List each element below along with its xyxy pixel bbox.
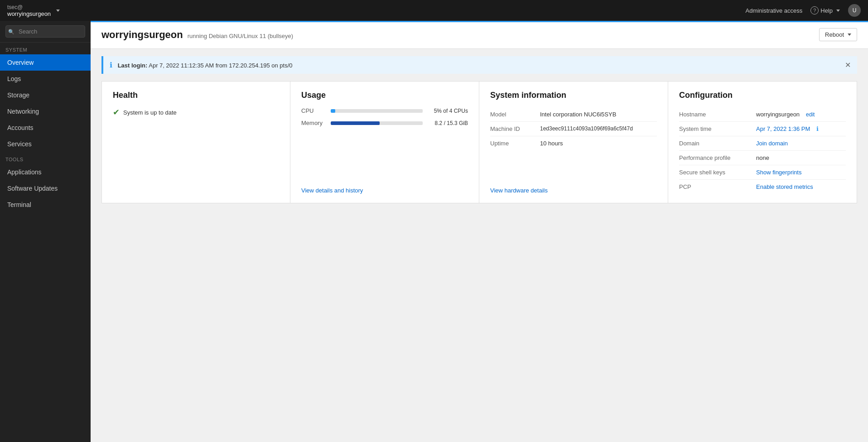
health-status-text: System is up to date bbox=[123, 109, 177, 116]
view-details-history-link[interactable]: View details and history bbox=[301, 187, 363, 194]
avatar[interactable]: U bbox=[848, 4, 861, 17]
sysinfo-key-model: Model bbox=[490, 111, 535, 118]
sysinfo-row-model: Model Intel corporation NUC6i5SYB bbox=[490, 107, 657, 122]
sidebar-section-system: System bbox=[0, 43, 91, 54]
login-banner-close-button[interactable]: ✕ bbox=[845, 61, 851, 69]
config-row-ssh: Secure shell keys Show fingerprints bbox=[679, 165, 846, 180]
topbar: tsec@ worryingsurgeon Administrative acc… bbox=[0, 0, 868, 21]
sidebar-item-services[interactable]: Services bbox=[0, 136, 91, 152]
cards-grid: Health ✔ System is up to date Usage CPU … bbox=[101, 81, 857, 203]
sysinfo-card-title: System information bbox=[490, 91, 657, 100]
login-banner-content: ℹ Last login: Apr 7, 2022 11:12:35 AM fr… bbox=[110, 61, 293, 69]
config-val-hostname: worryingsurgeon bbox=[756, 111, 800, 118]
config-key-pcp: PCP bbox=[679, 183, 752, 190]
memory-usage-row: Memory 8.2 / 15.3 GiB bbox=[301, 120, 468, 126]
memory-label: Memory bbox=[301, 120, 326, 126]
config-key-hostname: Hostname bbox=[679, 111, 752, 118]
topbar-right: Administrative access ? Help U bbox=[746, 4, 861, 17]
health-status: ✔ System is up to date bbox=[113, 107, 279, 117]
config-key-systemtime: System time bbox=[679, 125, 752, 132]
main-content: worryingsurgeon running Debian GNU/Linux… bbox=[91, 21, 868, 442]
sysinfo-val-machineid: 1ed3eec9111c4093a1096f69a6c5f47d bbox=[540, 125, 633, 132]
help-chevron-icon bbox=[836, 10, 840, 12]
info-icon: ℹ bbox=[110, 61, 112, 69]
reboot-button[interactable]: Reboot bbox=[819, 28, 857, 41]
sysinfo-row-machineid: Machine ID 1ed3eec9111c4093a1096f69a6c5f… bbox=[490, 122, 657, 136]
health-card-title: Health bbox=[113, 91, 279, 100]
cpu-bar-bg bbox=[331, 109, 423, 113]
page-header: worryingsurgeon running Debian GNU/Linux… bbox=[91, 21, 868, 49]
reboot-chevron-icon bbox=[848, 34, 851, 36]
memory-bar-bg bbox=[331, 121, 423, 125]
topbar-user-hostname[interactable]: tsec@ worryingsurgeon bbox=[7, 4, 51, 17]
config-link-edit-hostname[interactable]: edit bbox=[806, 111, 815, 118]
login-banner: ℹ Last login: Apr 7, 2022 11:12:35 AM fr… bbox=[101, 56, 857, 74]
last-login-label: Last login: bbox=[118, 62, 148, 69]
page-subtitle: running Debian GNU/Linux 11 (bullseye) bbox=[188, 33, 293, 39]
cpu-bar-fill bbox=[331, 109, 335, 113]
sysinfo-key-uptime: Uptime bbox=[490, 140, 535, 147]
sidebar-item-terminal[interactable]: Terminal bbox=[0, 197, 91, 213]
config-key-perf: Performance profile bbox=[679, 154, 752, 161]
sysinfo-val-uptime: 10 hours bbox=[540, 140, 563, 147]
config-link-systemtime[interactable]: Apr 7, 2022 1:36 PM bbox=[756, 125, 810, 132]
sidebar-section-tools: Tools bbox=[0, 152, 91, 164]
config-key-domain: Domain bbox=[679, 140, 752, 147]
admin-access-link[interactable]: Administrative access bbox=[746, 7, 803, 14]
config-key-ssh: Secure shell keys bbox=[679, 169, 752, 176]
sysinfo-val-model: Intel corporation NUC6i5SYB bbox=[540, 111, 616, 118]
cpu-usage-row: CPU 5% of 4 CPUs bbox=[301, 107, 468, 114]
usage-card-title: Usage bbox=[301, 91, 468, 100]
sidebar-item-software-updates[interactable]: Software Updates bbox=[0, 180, 91, 197]
help-circle-icon: ? bbox=[810, 6, 819, 14]
config-row-perf: Performance profile none bbox=[679, 151, 846, 165]
reboot-label: Reboot bbox=[825, 31, 844, 38]
topbar-user: tsec@ bbox=[7, 4, 51, 10]
search-input[interactable] bbox=[5, 25, 85, 38]
cpu-label: CPU bbox=[301, 107, 326, 114]
health-check-icon: ✔ bbox=[113, 107, 120, 117]
sysinfo-key-machineid: Machine ID bbox=[490, 125, 535, 132]
sidebar-item-accounts[interactable]: Accounts bbox=[0, 120, 91, 136]
config-row-domain: Domain Join domain bbox=[679, 136, 846, 151]
last-login-text: Apr 7, 2022 11:12:35 AM from 172.20.254.… bbox=[149, 62, 292, 69]
search-icon-wrap bbox=[5, 25, 85, 38]
sidebar-item-logs[interactable]: Logs bbox=[0, 71, 91, 87]
config-link-show-fingerprints[interactable]: Show fingerprints bbox=[756, 169, 801, 176]
cpu-value: 5% of 4 CPUs bbox=[427, 108, 468, 114]
help-button[interactable]: ? Help bbox=[810, 6, 840, 14]
sidebar-item-overview[interactable]: Overview bbox=[0, 54, 91, 71]
memory-value: 8.2 / 15.3 GiB bbox=[427, 120, 468, 126]
memory-bar-fill bbox=[331, 121, 380, 125]
config-card-title: Configuration bbox=[679, 91, 846, 100]
config-link-join-domain[interactable]: Join domain bbox=[756, 140, 788, 147]
sidebar-search-container bbox=[0, 21, 91, 43]
sidebar: System Overview Logs Storage Networking … bbox=[0, 21, 91, 442]
topbar-left: tsec@ worryingsurgeon bbox=[7, 4, 60, 17]
view-hardware-details-link[interactable]: View hardware details bbox=[490, 187, 548, 194]
sysinfo-row-uptime: Uptime 10 hours bbox=[490, 136, 657, 150]
config-info-icon-systemtime: ℹ bbox=[816, 125, 819, 132]
topbar-hostname: worryingsurgeon bbox=[7, 10, 51, 17]
help-label: Help bbox=[820, 7, 833, 14]
sidebar-item-networking[interactable]: Networking bbox=[0, 103, 91, 120]
topbar-chevron-icon bbox=[56, 10, 60, 12]
health-card: Health ✔ System is up to date bbox=[101, 81, 290, 203]
sidebar-item-storage[interactable]: Storage bbox=[0, 87, 91, 103]
page-header-title: worryingsurgeon running Debian GNU/Linux… bbox=[101, 29, 293, 41]
page-hostname: worryingsurgeon bbox=[101, 29, 183, 41]
config-row-hostname: Hostname worryingsurgeon edit bbox=[679, 107, 846, 122]
sidebar-item-applications[interactable]: Applications bbox=[0, 164, 91, 180]
usage-card: Usage CPU 5% of 4 CPUs Memory 8.2 / 15.3… bbox=[290, 81, 479, 203]
top-progress-bar bbox=[91, 21, 868, 22]
config-link-enable-metrics[interactable]: Enable stored metrics bbox=[756, 183, 813, 190]
config-row-systemtime: System time Apr 7, 2022 1:36 PM ℹ bbox=[679, 122, 846, 136]
config-val-perf: none bbox=[756, 154, 769, 161]
config-row-pcp: PCP Enable stored metrics bbox=[679, 180, 846, 194]
sysinfo-card: System information Model Intel corporati… bbox=[479, 81, 668, 203]
config-card: Configuration Hostname worryingsurgeon e… bbox=[668, 81, 857, 203]
